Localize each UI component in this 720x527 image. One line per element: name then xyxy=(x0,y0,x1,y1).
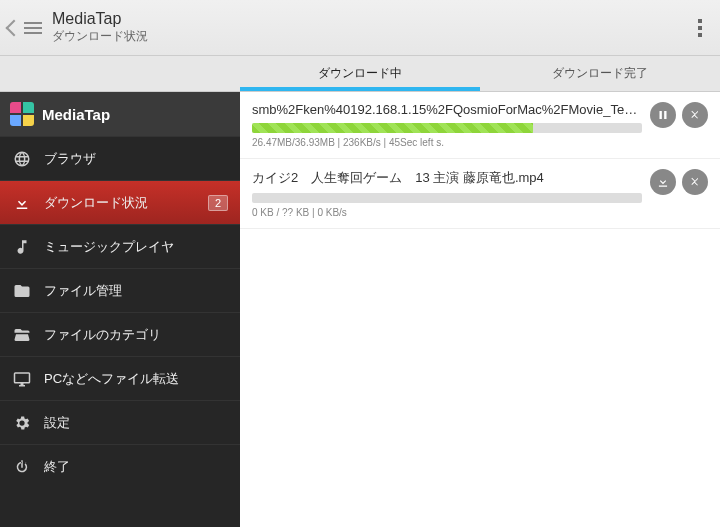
progress-bar xyxy=(252,193,642,203)
downloads-badge: 2 xyxy=(208,195,228,211)
globe-icon xyxy=(12,149,32,169)
overflow-dot-icon xyxy=(698,26,702,30)
sidebar-item-file-categories[interactable]: ファイルのカテゴリ xyxy=(0,312,240,356)
sidebar-item-label: 設定 xyxy=(44,414,70,432)
sidebar-item-file-manager[interactable]: ファイル管理 xyxy=(0,268,240,312)
pause-icon xyxy=(656,108,670,122)
tab-bar: ダウンロード中 ダウンロード完了 xyxy=(0,56,720,92)
sidebar: MediaTap ブラウザ ダウンロード状況 2 ミュージックプレイヤ ファイル… xyxy=(0,92,240,527)
pause-button[interactable] xyxy=(650,102,676,128)
download-filename: カイジ2 人生奪回ゲーム 13 主演 藤原竜也.mp4 xyxy=(252,169,642,187)
download-arrow-icon xyxy=(656,175,670,189)
progress-bar xyxy=(252,123,642,133)
start-download-button[interactable] xyxy=(650,169,676,195)
cancel-button[interactable] xyxy=(682,102,708,128)
overflow-dot-icon xyxy=(698,19,702,23)
app-subtitle: ダウンロード状況 xyxy=(52,28,688,45)
sidebar-item-label: ミュージックプレイヤ xyxy=(44,238,174,256)
download-filename: smb%2Fken%40192.168.1.15%2FQosmioForMac%… xyxy=(252,102,642,117)
folder-icon xyxy=(12,281,32,301)
sidebar-item-label: ファイルのカテゴリ xyxy=(44,326,161,344)
sidebar-item-label: ファイル管理 xyxy=(44,282,122,300)
sidebar-item-music-player[interactable]: ミュージックプレイヤ xyxy=(0,224,240,268)
close-icon xyxy=(688,175,702,189)
sidebar-item-browser[interactable]: ブラウザ xyxy=(0,136,240,180)
music-note-icon xyxy=(12,237,32,257)
sidebar-item-pc-transfer[interactable]: PCなどへファイル転送 xyxy=(0,356,240,400)
sidebar-item-downloads[interactable]: ダウンロード状況 2 xyxy=(0,180,240,224)
app-header: MediaTap ダウンロード状況 xyxy=(0,0,720,56)
sidebar-item-label: PCなどへファイル転送 xyxy=(44,370,179,388)
gear-icon xyxy=(12,413,32,433)
overflow-menu-button[interactable] xyxy=(688,19,712,37)
download-stats: 26.47MB/36.93MB | 236KB/s | 45Sec left s… xyxy=(252,137,642,148)
sidebar-item-label: 終了 xyxy=(44,458,70,476)
download-item: カイジ2 人生奪回ゲーム 13 主演 藤原竜也.mp4 0 KB / ?? KB… xyxy=(240,159,720,229)
sidebar-item-settings[interactable]: 設定 xyxy=(0,400,240,444)
sidebar-title: MediaTap xyxy=(42,106,110,123)
hamburger-icon xyxy=(24,22,42,34)
power-icon xyxy=(12,457,32,477)
app-logo-icon xyxy=(10,102,34,126)
download-icon xyxy=(12,193,32,213)
tab-downloading[interactable]: ダウンロード中 xyxy=(240,56,480,91)
progress-fill xyxy=(252,123,533,133)
close-icon xyxy=(688,108,702,122)
download-item: smb%2Fken%40192.168.1.15%2FQosmioForMac%… xyxy=(240,92,720,159)
cancel-button[interactable] xyxy=(682,169,708,195)
sidebar-item-label: ダウンロード状況 xyxy=(44,194,148,212)
back-arrow-icon xyxy=(6,19,23,36)
overflow-dot-icon xyxy=(698,33,702,37)
sidebar-header: MediaTap xyxy=(0,92,240,136)
tab-completed[interactable]: ダウンロード完了 xyxy=(480,56,720,91)
app-title: MediaTap xyxy=(52,10,688,28)
folder-open-icon xyxy=(12,325,32,345)
download-list: smb%2Fken%40192.168.1.15%2FQosmioForMac%… xyxy=(240,92,720,527)
sidebar-item-exit[interactable]: 終了 xyxy=(0,444,240,488)
nav-drawer-toggle[interactable] xyxy=(8,22,42,34)
monitor-icon xyxy=(12,369,32,389)
sidebar-item-label: ブラウザ xyxy=(44,150,96,168)
download-stats: 0 KB / ?? KB | 0 KB/s xyxy=(252,207,642,218)
title-block: MediaTap ダウンロード状況 xyxy=(52,10,688,45)
